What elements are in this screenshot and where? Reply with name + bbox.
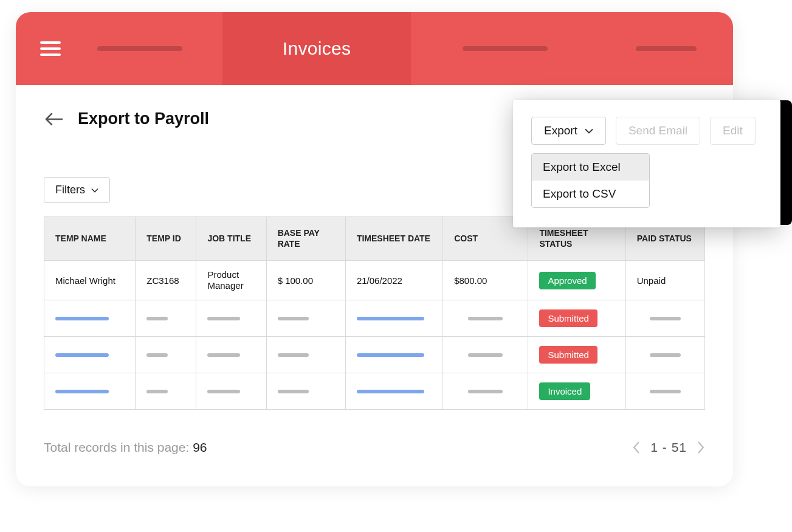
col-header-temp-id[interactable]: TEMP ID: [136, 217, 196, 261]
table-row: Submitted: [44, 337, 705, 373]
status-badge: Submitted: [539, 309, 597, 327]
back-arrow-icon[interactable]: [44, 112, 63, 126]
cell-paid-status: [625, 300, 704, 337]
pager-prev-icon[interactable]: [632, 440, 641, 455]
cell-timesheet-date[interactable]: [345, 300, 442, 337]
table-footer: Total records in this page: 96 1 - 51: [44, 440, 705, 455]
col-header-job-title[interactable]: JOB TITLE: [196, 217, 266, 261]
total-records-text: Total records in this page:: [44, 440, 193, 454]
cell-cost: $800.00: [443, 261, 528, 300]
export-button-label: Export: [544, 124, 577, 137]
status-badge: Submitted: [539, 346, 597, 364]
cell-temp-name[interactable]: [44, 337, 136, 373]
cell-timesheet-status: Invoiced: [528, 373, 625, 410]
chevron-down-icon: [585, 128, 593, 134]
cell-timesheet-status: Approved: [528, 261, 625, 300]
col-header-timesheet-date[interactable]: TIMESHEET DATE: [345, 217, 442, 261]
export-dropdown-menu: Export to Excel Export to CSV: [531, 153, 650, 208]
cell-paid-status: Unpaid: [625, 261, 704, 300]
cell-temp-name[interactable]: [44, 300, 136, 337]
cell-base-pay-rate: [266, 300, 345, 337]
export-button[interactable]: Export: [531, 117, 606, 145]
filters-button[interactable]: Filters: [44, 177, 110, 203]
cell-base-pay-rate: [266, 373, 345, 410]
tab-invoices-label: Invoices: [283, 38, 351, 59]
payroll-table: TEMP NAME TEMP ID JOB TITLE BASE PAY RAT…: [44, 216, 705, 410]
cell-temp-name[interactable]: [44, 373, 136, 410]
cell-timesheet-date[interactable]: [345, 373, 442, 410]
cell-timesheet-date[interactable]: 21/06/2022: [345, 261, 442, 300]
send-email-button-label: Send Email: [628, 124, 687, 137]
export-popover: Export Send Email Edit Export to Excel E…: [513, 100, 780, 227]
topbar-tab-placeholder-3[interactable]: [599, 12, 733, 85]
col-header-temp-name[interactable]: TEMP NAME: [44, 217, 136, 261]
cell-job-title: Product Manager: [196, 261, 266, 300]
table-row: Michael Wright ZC3168 Product Manager $ …: [44, 261, 705, 300]
cell-job-title: [196, 373, 266, 410]
topbar-left: [16, 12, 222, 85]
export-to-excel-item[interactable]: Export to Excel: [532, 154, 649, 181]
cell-base-pay-rate: $ 100.00: [266, 261, 345, 300]
status-badge: Approved: [539, 272, 595, 289]
edit-button[interactable]: Edit: [710, 117, 756, 145]
cell-timesheet-date[interactable]: [345, 337, 442, 373]
pager: 1 - 51: [632, 440, 705, 455]
table-row: Invoiced: [44, 373, 705, 410]
chevron-down-icon: [91, 188, 98, 193]
cell-base-pay-rate: [266, 337, 345, 373]
cell-temp-name[interactable]: Michael Wright: [44, 261, 136, 300]
page-title: Export to Payroll: [78, 109, 209, 128]
cell-cost: [443, 373, 528, 410]
topbar-tab-placeholder-2[interactable]: [411, 12, 599, 85]
cell-temp-id: [136, 300, 196, 337]
total-records-count: 96: [193, 440, 207, 454]
tab-invoices[interactable]: Invoices: [222, 12, 411, 85]
cell-paid-status: [625, 337, 704, 373]
topbar: Invoices: [16, 12, 733, 85]
app-window: Invoices Export to Payroll Filters: [16, 12, 733, 486]
col-header-base-pay-rate[interactable]: BASE PAY RATE: [266, 217, 345, 261]
menu-icon[interactable]: [40, 41, 61, 56]
cell-temp-id: [136, 337, 196, 373]
total-records-label: Total records in this page: 96: [44, 440, 207, 455]
pager-range: 1 - 51: [650, 440, 687, 455]
cell-timesheet-status: Submitted: [528, 337, 625, 373]
cell-temp-id: [136, 373, 196, 410]
filters-button-label: Filters: [55, 184, 85, 196]
cell-paid-status: [625, 373, 704, 410]
table-row: Submitted: [44, 300, 705, 337]
status-badge: Invoiced: [539, 382, 590, 400]
send-email-button[interactable]: Send Email: [616, 117, 700, 145]
cell-job-title: [196, 337, 266, 373]
topbar-tab-placeholder[interactable]: [97, 46, 182, 51]
edit-button-label: Edit: [723, 124, 743, 137]
cell-job-title: [196, 300, 266, 337]
pager-next-icon[interactable]: [697, 440, 705, 455]
cell-timesheet-status: Submitted: [528, 300, 625, 337]
cell-cost: [443, 300, 528, 337]
cell-cost: [443, 337, 528, 373]
export-to-csv-item[interactable]: Export to CSV: [532, 181, 649, 207]
cell-temp-id: ZC3168: [136, 261, 196, 300]
